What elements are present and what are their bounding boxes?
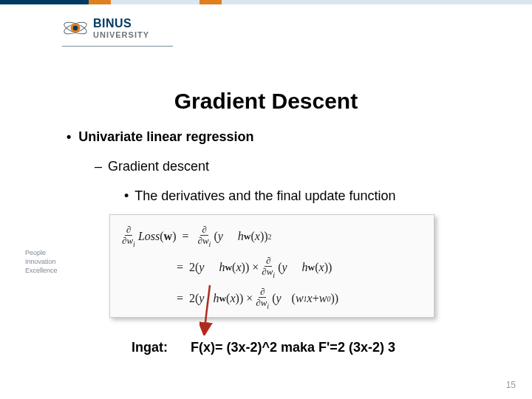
bullet-3-text: The derivatives and the final update fun… — [134, 188, 395, 203]
motto-line-2: Innovation — [25, 257, 58, 266]
svg-point-3 — [73, 26, 78, 30]
bullet-2-text: Gradient descent — [108, 159, 209, 174]
slide: BINUS UNIVERSITY Gradient Descent •Univa… — [0, 0, 532, 399]
bullet-1-text: Univariate linear regression — [78, 129, 253, 144]
formula-line-1: ∂∂wi Loss(w) = ∂∂wi (yhw(x))2 — [119, 221, 425, 252]
motto-line-3: Excellence — [25, 266, 58, 275]
bullet-level-3: •The derivatives and the final update fu… — [124, 188, 396, 204]
slide-title: Gradient Descent — [0, 89, 532, 114]
formula-box: ∂∂wi Loss(w) = ∂∂wi (yhw(x))2 = 2(yhw(x)… — [109, 214, 434, 318]
reminder-line: Ingat: F(x)= (3x-2)^2 maka F'=2 (3x-2) 3 — [132, 340, 395, 355]
page-number: 15 — [506, 380, 516, 390]
top-accent-bar — [0, 0, 532, 4]
logo: BINUS UNIVERSITY — [62, 15, 180, 47]
reminder-expression: F(x)= (3x-2)^2 maka F'=2 (3x-2) 3 — [191, 340, 395, 355]
formula-line-3: = 2(yhw(x)) × ∂∂wi (y(w1x + w0)) — [119, 283, 425, 314]
brand-subtitle: UNIVERSITY — [93, 31, 149, 39]
formula-line-2: = 2(yhw(x)) × ∂∂wi (yhw(x)) — [119, 252, 425, 283]
motto: People Innovation Excellence — [25, 248, 58, 275]
brand-name: BINUS — [93, 18, 149, 30]
bullet-level-2: –Gradient descent — [95, 159, 209, 174]
bullet-level-1: •Univariate linear regression — [66, 129, 253, 145]
logo-mark-icon — [62, 15, 89, 41]
motto-line-1: People — [25, 248, 58, 257]
reminder-label: Ingat: — [132, 340, 168, 355]
